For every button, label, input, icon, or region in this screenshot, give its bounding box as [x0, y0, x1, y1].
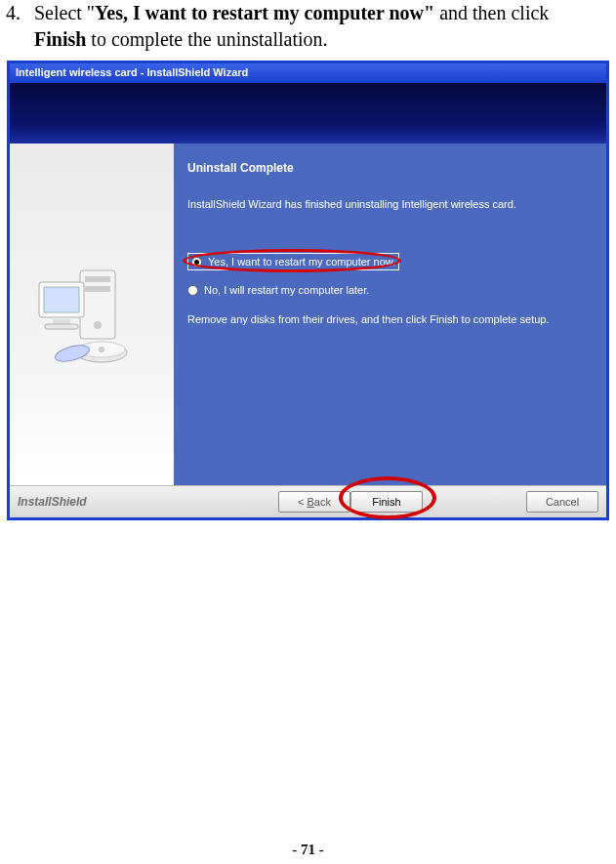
svg-rect-2: [85, 286, 110, 292]
computer-illustration-icon: [33, 261, 150, 368]
header-banner: [10, 83, 606, 144]
wizard-window: Intelligent wireless card - InstallShiel…: [7, 61, 609, 520]
content-description: InstallShield Wizard has finished uninst…: [187, 198, 593, 210]
svg-rect-5: [44, 287, 79, 312]
note-text: Remove any disks from their drives, and …: [187, 313, 593, 325]
step-number: 4.: [6, 0, 21, 53]
svg-rect-1: [85, 276, 110, 282]
window-titlebar: Intelligent wireless card - InstallShiel…: [10, 63, 606, 83]
radio-option-no[interactable]: No, I will restart my computer later.: [187, 284, 593, 296]
svg-rect-7: [45, 324, 78, 329]
radio-yes-label: Yes, I want to restart my computer now.: [208, 256, 395, 267]
content-panel: Uninstall Complete InstallShield Wizard …: [174, 144, 606, 485]
svg-point-10: [99, 347, 104, 352]
radio-option-yes[interactable]: Yes, I want to restart my computer now.: [187, 253, 593, 270]
bottom-bar: InstallShield < Back Finish Cancel: [10, 485, 606, 517]
side-panel: [10, 144, 174, 485]
radio-icon: [187, 285, 198, 296]
step-text: Select "Yes, I want to restart my comput…: [34, 0, 604, 53]
back-button[interactable]: < Back: [278, 491, 350, 513]
finish-button[interactable]: Finish: [350, 491, 423, 513]
brand-label: InstallShield: [18, 495, 87, 509]
cancel-button[interactable]: Cancel: [526, 491, 598, 513]
radio-icon: [191, 257, 202, 267]
svg-rect-6: [53, 319, 70, 324]
page-number: - 71 -: [0, 842, 616, 858]
instruction-step: 4. Select "Yes, I want to restart my com…: [0, 0, 616, 53]
content-heading: Uninstall Complete: [187, 161, 593, 175]
svg-point-3: [94, 321, 102, 329]
radio-no-label: No, I will restart my computer later.: [204, 284, 369, 296]
svg-point-11: [54, 343, 91, 365]
wizard-body: Uninstall Complete InstallShield Wizard …: [10, 83, 606, 517]
